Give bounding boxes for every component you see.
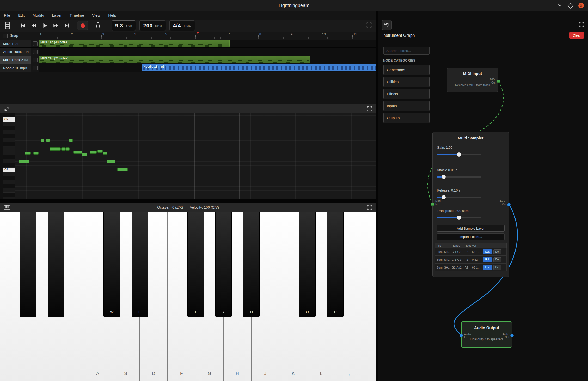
audio-out-connector[interactable] xyxy=(507,203,511,206)
skip-to-start-button[interactable] xyxy=(18,21,28,30)
black-key[interactable]: Y xyxy=(215,212,232,317)
white-key[interactable] xyxy=(363,212,376,381)
midi-note[interactable] xyxy=(74,151,82,154)
edit-sample-button[interactable]: Edit xyxy=(483,249,492,254)
fast-forward-button[interactable] xyxy=(51,21,60,30)
midi-note[interactable] xyxy=(97,150,103,153)
delete-sample-button[interactable]: Del xyxy=(493,249,501,254)
track-checkbox[interactable] xyxy=(33,66,38,70)
track-lane[interactable]: MIDI Clip (40 notes) xyxy=(39,40,376,47)
timeline-playhead[interactable] xyxy=(198,32,198,71)
audio-in-connector[interactable] xyxy=(460,334,463,337)
edit-sample-button[interactable]: Edit xyxy=(483,265,492,270)
midi-in-connector[interactable] xyxy=(431,203,434,206)
skip-to-end-button[interactable] xyxy=(62,21,71,30)
midi-note[interactable] xyxy=(33,152,39,155)
snap-checkbox[interactable] xyxy=(3,34,8,38)
piano-roll-fullscreen-button[interactable] xyxy=(367,106,372,113)
add-sample-layer-button[interactable]: Add Sample Layer xyxy=(437,225,505,232)
slider-handle[interactable] xyxy=(457,216,461,220)
track-label[interactable]: MIDI Track 2[N] xyxy=(0,56,31,64)
graph-fullscreen-button[interactable] xyxy=(579,22,584,28)
slider-handle[interactable] xyxy=(442,195,446,199)
bpm-display[interactable]: 200 BPM xyxy=(139,20,166,31)
edit-sample-button[interactable]: Edit xyxy=(483,257,492,262)
category-utilities-button[interactable]: Utilities xyxy=(383,77,430,87)
slider-handle[interactable] xyxy=(442,175,446,179)
category-outputs-button[interactable]: Outputs xyxy=(383,113,430,123)
timeline-ruler[interactable]: Snap 1234567891011 xyxy=(0,32,376,40)
midi-note[interactable] xyxy=(69,139,73,142)
audio-clip[interactable]: Noodle 18.mp3 xyxy=(142,64,376,71)
midi-note[interactable] xyxy=(117,168,128,171)
timeline-panel-button[interactable] xyxy=(4,22,11,29)
midi-clip[interactable]: MIDI Clip (40 notes) xyxy=(39,40,230,47)
midi-note[interactable] xyxy=(82,153,87,156)
menu-view[interactable]: View xyxy=(88,11,104,20)
node-graph-button[interactable] xyxy=(382,20,392,30)
black-key[interactable] xyxy=(20,212,36,317)
category-effects-button[interactable]: Effects xyxy=(383,89,430,99)
black-key[interactable]: E xyxy=(132,212,148,317)
category-inputs-button[interactable]: Inputs xyxy=(383,101,430,111)
black-key[interactable]: O xyxy=(299,212,316,317)
slider-handle[interactable] xyxy=(457,152,461,157)
bar-display[interactable]: 9.3 BAR xyxy=(112,20,136,31)
midi-note[interactable] xyxy=(103,152,107,155)
track-lane[interactable]: Noodle 18.mp3 xyxy=(39,64,376,72)
midi-note[interactable] xyxy=(41,139,44,142)
track-checkbox[interactable] xyxy=(33,58,38,62)
track-label[interactable]: Noodle 18.mp3 xyxy=(0,64,31,72)
black-key[interactable]: P xyxy=(327,212,344,317)
track-lane[interactable] xyxy=(39,48,376,56)
slider-track[interactable] xyxy=(437,176,481,178)
search-nodes-input[interactable] xyxy=(383,47,430,55)
record-button[interactable] xyxy=(77,21,88,30)
menu-timeline[interactable]: Timeline xyxy=(66,11,88,20)
slider-track[interactable] xyxy=(437,197,481,198)
menu-help[interactable]: Help xyxy=(104,11,120,20)
menu-modify[interactable]: Modify xyxy=(29,11,48,20)
black-key[interactable]: U xyxy=(243,212,260,317)
midi-input-node[interactable]: MIDI Input MIDI Out Receives MIDI from t… xyxy=(447,68,498,92)
audio-out-connector[interactable] xyxy=(510,334,514,337)
track-label[interactable]: Audio Track 2[N] xyxy=(0,48,31,56)
delete-sample-button[interactable]: Del xyxy=(493,265,501,270)
midi-note[interactable] xyxy=(46,139,50,142)
slider-track[interactable] xyxy=(437,217,481,218)
black-key[interactable] xyxy=(48,212,64,317)
menu-file[interactable]: File xyxy=(0,11,14,20)
midi-note[interactable] xyxy=(90,151,97,154)
clear-graph-button[interactable]: Clear xyxy=(569,32,584,39)
midi-note[interactable] xyxy=(66,147,70,151)
keyboard-fullscreen-button[interactable] xyxy=(367,205,372,211)
piano-roll-expand-button[interactable] xyxy=(4,106,9,113)
slider-track[interactable] xyxy=(437,154,481,155)
window-close-icon[interactable]: ✕ xyxy=(578,3,584,8)
piano-roll-playhead[interactable] xyxy=(50,113,50,199)
time-signature-display[interactable]: 4/4 TIME xyxy=(169,20,195,31)
track-checkbox[interactable] xyxy=(33,50,38,54)
midi-note[interactable] xyxy=(19,160,29,163)
category-generators-button[interactable]: Generators xyxy=(383,65,430,75)
black-key[interactable]: T xyxy=(187,212,204,317)
timeline-fullscreen-button[interactable] xyxy=(366,22,372,29)
track-checkbox[interactable] xyxy=(33,41,38,46)
piano-roll-grid[interactable] xyxy=(15,113,376,199)
black-key[interactable]: W xyxy=(103,212,120,317)
track-label[interactable]: MIDI 1[A] xyxy=(0,40,31,47)
playhead-marker[interactable] xyxy=(196,32,199,35)
chevron-down-icon[interactable] xyxy=(557,2,563,9)
midi-note[interactable] xyxy=(25,152,31,155)
midi-note[interactable] xyxy=(50,147,61,151)
multi-sampler-node[interactable]: Multi Sampler Gain: 1.00Attack: 0.01 sRe… xyxy=(432,132,509,277)
track-lane[interactable]: MIDI Clip (21 notes) xyxy=(39,56,376,64)
menu-layer[interactable]: Layer xyxy=(48,11,66,20)
midi-note[interactable] xyxy=(107,160,115,163)
play-button[interactable] xyxy=(40,21,50,30)
window-maximize-icon[interactable] xyxy=(568,3,574,9)
audio-output-node[interactable]: Audio Output Audio In Audio Out Final ou… xyxy=(461,321,512,348)
midi-note[interactable] xyxy=(61,147,66,151)
midi-out-connector[interactable] xyxy=(497,80,500,83)
rewind-button[interactable] xyxy=(29,21,39,30)
